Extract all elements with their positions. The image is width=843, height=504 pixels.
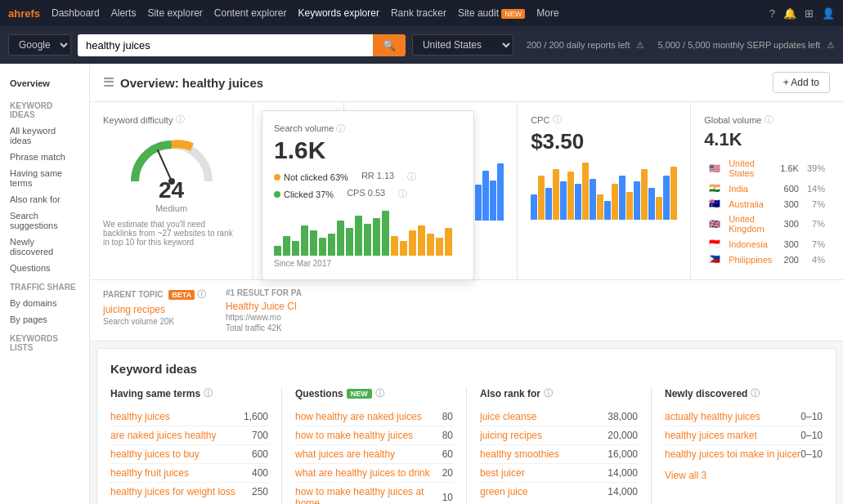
hst-info-icon[interactable]: ⓘ: [204, 387, 213, 399]
user-icon[interactable]: 👤: [822, 7, 835, 20]
keyword-idea-link[interactable]: healthy juices to buy: [110, 448, 200, 460]
newly-discovered-rows: actually healthy juices 0–10 healthy jui…: [665, 408, 823, 463]
keyword-idea-volume: 400: [252, 467, 268, 479]
keyword-idea-link[interactable]: actually healthy juices: [665, 411, 760, 422]
keyword-idea-link[interactable]: best juicer: [480, 467, 525, 479]
keyword-idea-link[interactable]: healthy juices toi make in juicer: [665, 448, 800, 460]
cpc-chart-bar: [597, 194, 603, 220]
nav-site-audit[interactable]: Site audit NEW: [458, 7, 525, 19]
keyword-idea-link[interactable]: healthy smoothies: [480, 448, 559, 460]
arf-info-icon[interactable]: ⓘ: [544, 387, 553, 399]
sidebar-phrase-match[interactable]: Phrase match: [0, 149, 89, 165]
questions-header: Questions NEW ⓘ: [295, 387, 453, 399]
region-select[interactable]: United States Global United Kingdom Aust…: [412, 34, 513, 56]
sidebar-by-pages[interactable]: By pages: [0, 311, 89, 328]
sidebar-all-keyword-ideas[interactable]: All keyword ideas: [0, 123, 89, 149]
keyword-idea-volume: 14,000: [608, 486, 638, 497]
nd-info-icon[interactable]: ⓘ: [751, 387, 760, 399]
keyword-idea-link[interactable]: healthy fruit juices: [110, 467, 189, 479]
kd-info-icon[interactable]: ⓘ: [176, 114, 185, 126]
nav-alerts[interactable]: Alerts: [111, 7, 137, 19]
keyword-idea-row: how to make healthy juices 80: [295, 426, 453, 445]
sv-chart-bar: [355, 216, 362, 256]
gv-flag: 🇦🇺: [706, 197, 724, 211]
overview-header: ☰ Overview: healthy juices + Add to: [90, 64, 843, 102]
keyword-idea-link[interactable]: what juices are healthy: [295, 448, 395, 460]
sv-chart-bar: [391, 236, 398, 256]
sidebar-overview[interactable]: Overview: [0, 72, 89, 95]
nav-content-explorer[interactable]: Content explorer: [214, 7, 287, 19]
search-input[interactable]: [78, 34, 373, 56]
nav-rank-tracker[interactable]: Rank tracker: [391, 7, 446, 19]
cpc-chart-bar: [626, 192, 633, 220]
gv-info-icon[interactable]: ⓘ: [765, 114, 773, 126]
sidebar-by-domains[interactable]: By domains: [0, 295, 89, 311]
nav-dashboard[interactable]: Dashboard: [52, 7, 100, 19]
cpc-chart-bar: [590, 179, 596, 220]
keyword-idea-link[interactable]: healthy juices market: [665, 430, 757, 441]
keyword-idea-link[interactable]: healthy juices: [110, 411, 170, 422]
gv-country-name[interactable]: Philippines: [729, 255, 772, 265]
windows-icon[interactable]: ⊞: [805, 7, 814, 20]
keyword-idea-link[interactable]: how healthy are naked juices: [295, 411, 422, 422]
cpc-chart-bar: [663, 176, 670, 220]
questions-rows: how healthy are naked juices 80 how to m…: [295, 408, 453, 504]
nav-more[interactable]: More: [536, 7, 558, 19]
keyword-idea-row: juicing recipes 20,000: [480, 426, 638, 445]
sv-info-icon[interactable]: ⓘ: [336, 123, 345, 133]
kd-label: Keyword difficulty ⓘ: [103, 114, 240, 126]
keyword-idea-link[interactable]: how to make healthy juices: [295, 430, 413, 441]
parent-topic-link[interactable]: juicing recipes: [103, 304, 165, 315]
gv-country-volume: 1.6K: [777, 157, 802, 180]
keyword-idea-row: how to make healthy juices at home 10: [295, 483, 453, 504]
keyword-idea-link[interactable]: juicing recipes: [480, 430, 542, 441]
parent-topic-section: Parent topic BETA ⓘ juicing recipes Sear…: [90, 280, 843, 341]
cpc-info-icon[interactable]: ⓘ: [553, 114, 562, 126]
gv-country-name[interactable]: Indonesia: [729, 239, 768, 249]
gv-country-name[interactable]: United States: [729, 158, 755, 178]
nav-site-explorer[interactable]: Site explorer: [147, 7, 202, 19]
search-engine-select[interactable]: Google: [8, 34, 71, 56]
rr-info-icon[interactable]: ⓘ: [407, 171, 416, 183]
questions-new-badge: NEW: [347, 389, 372, 399]
cpc-chart-bar: [582, 163, 589, 220]
keyword-idea-link[interactable]: what are healthy juices to drink: [295, 467, 430, 479]
parent-topic-info[interactable]: ⓘ: [197, 289, 206, 299]
nd-view-all[interactable]: View all 3: [665, 470, 823, 481]
keyword-idea-link[interactable]: are naked juices healthy: [110, 430, 216, 441]
add-to-button[interactable]: + Add to: [773, 72, 830, 93]
keyword-ideas-columns: Having same terms ⓘ healthy juices 1,600…: [110, 387, 823, 504]
keyword-idea-link[interactable]: juice cleanse: [480, 411, 536, 422]
notifications-icon[interactable]: 🔔: [783, 7, 796, 20]
result-1-title[interactable]: Healthy Juice Cl: [226, 301, 297, 312]
sidebar: Overview KEYWORD IDEAS All keyword ideas…: [0, 64, 90, 504]
sidebar-newly-discovered[interactable]: Newly discovered: [0, 234, 89, 260]
sv-chart-bar: [346, 228, 353, 256]
sidebar-questions[interactable]: Questions: [0, 260, 89, 276]
sv-chart-bar: [292, 241, 299, 256]
sv-chart-bar: [283, 236, 290, 256]
sidebar-also-rank-for[interactable]: Also rank for: [0, 191, 89, 207]
newly-discovered-col: Newly discovered ⓘ actually healthy juic…: [665, 387, 823, 504]
nav-keywords-explorer[interactable]: Keywords explorer: [298, 7, 379, 19]
keyword-idea-volume: 250: [252, 486, 268, 497]
keyword-idea-link[interactable]: how to make healthy juices at home: [295, 486, 442, 504]
gv-country-name[interactable]: India: [729, 184, 748, 194]
cps-info-icon[interactable]: ⓘ: [398, 188, 407, 200]
keyword-idea-link[interactable]: green juice: [480, 486, 528, 497]
sv-popup: Search volume ⓘ 1.6K Not clicked 63% RR …: [262, 110, 474, 280]
gv-country-name[interactable]: United Kingdom: [729, 214, 764, 234]
sidebar-having-same-terms[interactable]: Having same terms: [0, 165, 89, 191]
menu-icon[interactable]: ☰: [103, 75, 114, 90]
gv-country-name[interactable]: Australia: [729, 199, 764, 209]
cpc-chart-bar: [648, 188, 655, 220]
also-rank-for-col: Also rank for ⓘ juice cleanse 38,000 jui…: [480, 387, 652, 504]
gv-flag: 🇮🇳: [706, 181, 724, 195]
questions-info-icon[interactable]: ⓘ: [375, 387, 384, 399]
sidebar-search-suggestions[interactable]: Search suggestions: [0, 207, 89, 234]
help-icon[interactable]: ?: [769, 7, 775, 20]
keyword-idea-link[interactable]: healthy juices for weight loss: [110, 486, 235, 497]
gv-flag: 🇬🇧: [706, 212, 724, 235]
gv-country-row: 🇦🇺 Australia 300 7%: [706, 197, 828, 211]
search-button[interactable]: 🔍: [373, 34, 406, 56]
